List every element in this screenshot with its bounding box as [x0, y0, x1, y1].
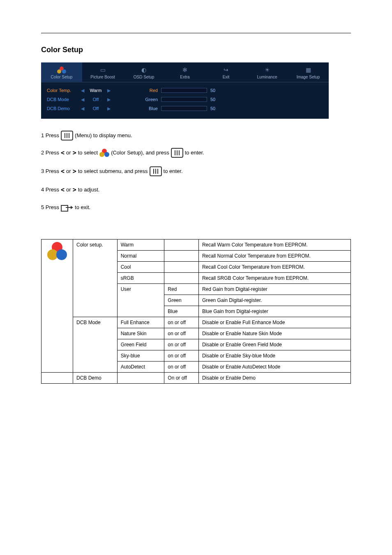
less-than-icon: < — [61, 145, 65, 161]
table-cell: Red Gain from Digital-register — [198, 283, 350, 295]
osd-row-value: Off — [85, 97, 106, 102]
osd-tab-exit: ↪ Exit — [205, 62, 247, 82]
table-cell: sRGB — [117, 272, 164, 283]
arrow-right-icon: ▶ — [106, 88, 112, 93]
table-cell — [117, 372, 164, 383]
step-4: 4 Press < or > to adjust. — [41, 182, 351, 198]
step-text: to adjust. — [78, 183, 100, 197]
step-text: or — [66, 146, 71, 160]
table-icon-cell — [42, 239, 73, 372]
table-icon-cell — [42, 372, 73, 383]
slider-value: 50 — [210, 88, 223, 93]
step-text: to exit. — [75, 200, 90, 214]
table-cell: on or off — [164, 317, 199, 328]
table-cell: Green Field — [117, 339, 164, 350]
table-cell: Normal — [117, 250, 164, 261]
table-cell: Green Gain Digital-register. — [198, 295, 350, 306]
arrow-right-icon: ▶ — [106, 106, 112, 111]
image-setup-icon: ▦ — [289, 67, 327, 73]
table-cell: Disable or Enable Full Enhance Mode — [198, 317, 350, 328]
table-cell: AutoDetect — [117, 361, 164, 372]
table-cell — [164, 239, 199, 250]
osd-screenshot: Color Setup ▭ Picture Boost ◐ OSD Setup … — [41, 62, 329, 119]
osd-row-value: Warm — [85, 88, 106, 93]
osd-tab-label: Luminance — [257, 75, 277, 79]
osd-tab-luminance: ☀ Luminance — [247, 62, 288, 82]
osd-row-label: DCB Mode — [47, 97, 80, 102]
table-cell: Full Enhance — [117, 317, 164, 328]
osd-tab-extra: ✻ Extra — [164, 62, 205, 82]
osd-tab-osd-setup: ◐ OSD Setup — [123, 62, 164, 82]
section-title: Color Setup — [41, 46, 351, 54]
step-1: 1 Press (Menu) to display menu. — [41, 129, 351, 143]
greater-than-icon: > — [73, 182, 76, 198]
greater-than-icon: > — [73, 164, 76, 180]
step-text: 2 Press — [41, 146, 59, 160]
table-cell: Disable or Enable Demo — [198, 372, 350, 383]
table-cell: Recall Warm Color Temperature from EEPRO… — [198, 239, 350, 250]
slider-track — [161, 97, 207, 102]
slider-value: 50 — [210, 106, 223, 111]
table-cell: Disable or Enable AutoDetect Mode — [198, 361, 350, 372]
osd-tab-label: Image Setup — [297, 75, 320, 79]
osd-row-label: DCB Demo — [47, 106, 80, 111]
arrow-left-icon: ◀ — [80, 88, 85, 93]
osd-tab-image-setup: ▦ Image Setup — [288, 62, 329, 82]
slider-label: Green — [133, 97, 158, 102]
step-text: 5 Press — [41, 200, 59, 214]
luminance-icon: ☀ — [248, 67, 286, 73]
osd-tab-label: Color Setup — [51, 75, 73, 79]
osd-tab-color-setup: Color Setup — [41, 62, 82, 82]
osd-tab-label: OSD Setup — [134, 75, 154, 79]
step-text: (Color Setup), and press — [111, 146, 169, 160]
table-cell: Recall Cool Color Temperature from EEPRO… — [198, 261, 350, 272]
slider-value: 50 — [210, 97, 223, 102]
table-cell: Disable or Enable Sky-blue Mode — [198, 350, 350, 361]
table-cell: Blue Gain from Digital-register — [198, 306, 350, 317]
table-group: Color setup. — [73, 239, 118, 317]
step-text: 3 Press — [41, 164, 59, 178]
slider-row-red: Red 50 — [133, 86, 323, 95]
table-cell: Cool — [117, 261, 164, 272]
osd-tab-picture-boost: ▭ Picture Boost — [82, 62, 123, 82]
osd-row-value: Off — [85, 106, 106, 111]
table-cell: Disable or Enable Green Field Mode — [198, 339, 350, 350]
steps: 1 Press (Menu) to display menu. 2 Press … — [41, 129, 351, 214]
arrow-left-icon: ◀ — [80, 106, 85, 111]
osd-tab-label: Extra — [180, 75, 189, 79]
step-text: to enter. — [164, 164, 183, 178]
table-cell: Red — [164, 283, 199, 295]
osd-setup-icon: ◐ — [125, 67, 163, 73]
step-text: or — [66, 183, 71, 197]
table-cell — [164, 261, 199, 272]
step-text: to select — [78, 146, 98, 160]
menu-button-icon — [150, 166, 162, 176]
table-cell: Nature Skin — [117, 328, 164, 339]
greater-than-icon: > — [73, 145, 76, 161]
exit-icon: ↪ — [207, 67, 245, 73]
table-row: Color setup. Warm Recall Warm Color Temp… — [42, 239, 351, 250]
table-cell: User — [117, 283, 164, 317]
osd-row-dcb-demo: DCB Demo ◀ Off ▶ — [47, 104, 133, 113]
table-cell: Sky-blue — [117, 350, 164, 361]
osd-tab-label: Picture Boost — [90, 75, 115, 79]
table-cell: Recall SRGB Color Temperature from EEPRO… — [198, 272, 350, 283]
osd-tab-label: Exit — [223, 75, 230, 79]
step-text: 1 Press — [41, 129, 59, 143]
step-text: (Menu) to display menu. — [75, 129, 132, 143]
table-cell: on or off — [164, 328, 199, 339]
color-setup-icon — [57, 67, 66, 73]
table-cell: On or off — [164, 372, 199, 383]
osd-tabs: Color Setup ▭ Picture Boost ◐ OSD Setup … — [41, 62, 329, 83]
osd-row-label: Color Temp. — [47, 88, 80, 93]
slider-label: Blue — [133, 106, 158, 111]
table-cell: Blue — [164, 306, 199, 317]
table-cell — [164, 272, 199, 283]
step-text: to select submenu, and press — [78, 164, 148, 178]
osd-row-color-temp: Color Temp. ◀ Warm ▶ — [47, 86, 133, 95]
menu-button-icon — [171, 148, 183, 158]
extra-icon: ✻ — [166, 67, 204, 73]
color-setup-icon — [47, 242, 67, 260]
table-row: DCB Mode Full Enhance on or off Disable … — [42, 317, 351, 328]
table-group: DCB Mode — [73, 317, 118, 372]
